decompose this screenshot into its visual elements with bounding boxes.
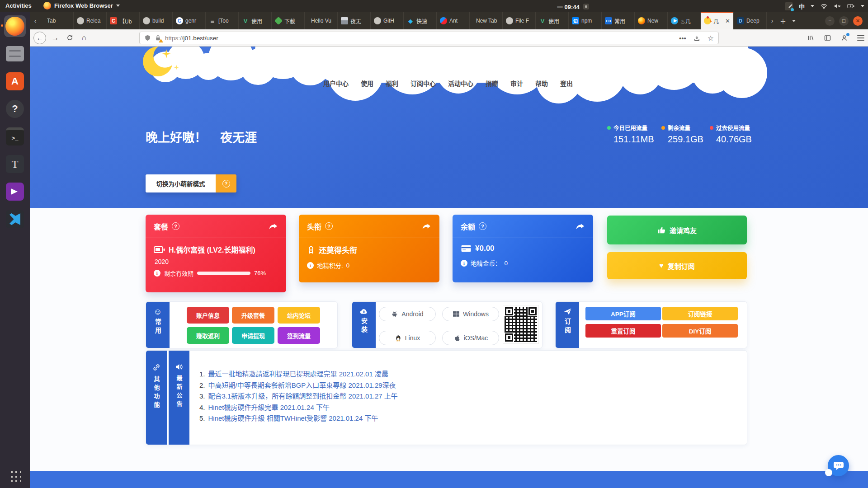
reload-button[interactable] [62,34,77,41]
common-button[interactable]: 赚取返利 [187,327,229,344]
nav-item[interactable]: 审计 [510,79,523,88]
subscribe-button[interactable]: 重置订阅 [585,324,661,338]
install-tab[interactable]: 安装 [352,302,376,348]
nav-item[interactable]: 捐赠 [486,79,498,88]
show-applications-icon[interactable] [9,469,21,482]
list-tabs-icon[interactable] [788,12,799,29]
browser-tab[interactable]: 使用 ✕ [536,12,569,29]
activities-button[interactable]: Activities [5,2,32,9]
chat-fab-button[interactable] [828,455,849,476]
platform-pill[interactable]: iOS/Mac [442,331,499,345]
shield-icon[interactable] [144,34,151,42]
scroll-tabs-left-icon[interactable]: ‹ [30,12,41,29]
browser-tab[interactable]: Tab ✕ [41,12,74,29]
subscribe-tab[interactable]: 订阅 [556,302,579,348]
page-actions-icon[interactable]: ••• [679,34,686,42]
switch-mode-label[interactable]: 切换为小萌新模式 [146,174,216,192]
library-icon[interactable] [807,34,815,42]
common-button[interactable]: 升级套餐 [232,307,274,324]
sidebar-icon[interactable] [824,34,831,42]
browser-tab[interactable]: New ✕ [635,12,668,29]
minimize-button[interactable]: − [825,16,835,26]
save-page-icon[interactable] [693,35,700,42]
close-window-button[interactable]: ✕ [853,16,863,26]
dock-software[interactable]: A [4,70,26,92]
question-circle-icon[interactable]: ? [172,222,179,230]
browser-tab[interactable]: Relea ✕ [74,12,107,29]
platform-pill[interactable]: Android [379,307,436,321]
share-arrow-icon[interactable] [268,222,278,230]
input-method-icon[interactable] [785,2,793,10]
question-circle-icon[interactable]: ? [479,222,486,230]
common-button[interactable]: 账户信息 [187,307,229,324]
menu-icon[interactable] [857,35,864,41]
nav-item[interactable]: 帮助 [535,79,548,88]
maximize-button[interactable]: □ [839,16,849,26]
nav-item[interactable]: 用户中心 [323,79,349,88]
question-circle-icon[interactable]: ? [325,222,333,230]
invite-friends-button[interactable]: 邀请鸡友 [607,216,747,244]
common-tab[interactable]: ☺ 常用 [146,302,170,348]
browser-tab[interactable]: File F ✕ [503,12,536,29]
padlock-warning-icon[interactable] [155,34,161,42]
latest-news-tab[interactable]: 最新公告 [169,351,189,445]
share-arrow-icon[interactable] [575,222,585,230]
subscribe-button[interactable]: 订阅链接 [662,307,738,320]
new-tab-button[interactable]: ＋ [778,12,788,29]
announcement-link[interactable]: Hinet機房硬件升級完畢 2021.01.24 下午 [208,404,330,411]
browser-tab[interactable]: build ✕ [140,12,173,29]
chevron-down-icon[interactable] [861,5,864,7]
dock-firefox[interactable] [4,15,26,37]
browser-tab[interactable]: 使用 ✕ [239,12,272,29]
nav-item[interactable]: 订阅中心 [410,79,436,88]
scroll-tabs-right-icon[interactable]: › [767,12,778,29]
ime-language-indicator[interactable]: 中 [799,2,805,10]
browser-tab[interactable]: 快速 ✕ [404,12,437,29]
announcement-link[interactable]: 最近一批地精邀請返利提現已提現處理完畢 2021.02.01 凌晨 [208,370,388,378]
dock-terminal[interactable]: >_ [4,126,26,147]
home-button[interactable]: ⌂ [77,33,91,42]
copy-subscription-button[interactable]: ♥ 复制订阅 [607,252,747,279]
browser-tab[interactable]: New Tab ✕ [470,12,503,29]
browser-tab[interactable]: Ant ✕ [437,12,470,29]
browser-tab[interactable]: 下載 ✕ [272,12,305,29]
other-functions-tab[interactable]: 其他功能 [146,351,167,445]
dock-text-editor[interactable]: T [4,153,26,175]
dock-help[interactable]: ? [4,98,26,120]
back-button[interactable]: ← [33,32,46,44]
share-arrow-icon[interactable] [421,222,431,230]
subscribe-button[interactable]: APP订阅 [585,307,661,320]
system-tray[interactable]: 中 [785,0,864,12]
announcement-link[interactable]: Hinet機房硬件升級 相關TWHinet受影響 2021.01.24 下午 [208,414,378,422]
switch-mode-button[interactable]: 切换为小萌新模式 ? [146,174,236,192]
browser-tab[interactable]: ♨几 ✕ [668,12,701,29]
nav-item[interactable]: 福利 [386,79,398,88]
browser-tab[interactable]: 常用 ✕ [602,12,635,29]
dock-remote-app[interactable] [4,181,26,202]
browser-tab[interactable]: Hello Vu ✕ [305,12,338,29]
forward-button[interactable]: → [48,33,62,42]
close-icon[interactable]: ✕ [725,18,730,24]
common-button[interactable]: 站内论坛 [278,307,320,324]
subscribe-button[interactable]: DIY订阅 [662,324,738,338]
app-menu[interactable]: Firefox Web Browser [43,2,120,9]
common-button[interactable]: 签到流量 [278,327,320,344]
account-icon[interactable] [840,34,848,42]
announcement-link[interactable]: 配合3.1新版本升級，所有餘額調整到抵扣金幣 2021.01.27 上午 [208,392,398,400]
platform-pill[interactable]: Windows [442,307,499,321]
clock[interactable]: 一 09:44 [557,2,589,11]
bookmark-star-icon[interactable]: ☆ [708,34,714,42]
browser-tab[interactable]: 几 ✕ [701,12,734,29]
browser-tab[interactable]: GitH ✕ [371,12,404,29]
nav-item[interactable]: 登出 [560,79,573,88]
browser-tab[interactable]: genr ✕ [173,12,206,29]
nav-item[interactable]: 使用 [361,79,373,88]
announcement-link[interactable]: 中高短期/中等長期套餐新增BGP入口華東專線 2021.01.29深夜 [208,381,396,389]
browser-tab[interactable]: npm ✕ [569,12,602,29]
url-text[interactable]: https://j01.best/user [165,35,218,42]
browser-tab[interactable]: 【Ub ✕ [107,12,140,29]
platform-pill[interactable]: Linux [379,331,436,345]
browser-tab[interactable]: [Too ✕ [206,12,239,29]
browser-tab[interactable]: 夜无 ✕ [338,12,371,29]
common-button[interactable]: 申请提现 [232,327,274,344]
